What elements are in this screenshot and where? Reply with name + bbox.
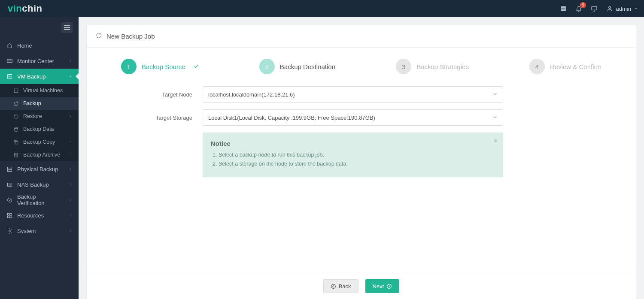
step-backup-destination[interactable]: 2 Backup Destination [259,59,335,74]
home-icon [6,42,13,49]
sub-label: Virtual Machines [23,88,63,94]
main-content: New Backup Job 1 Backup Source 2 Backup … [79,17,644,299]
chevron-left-icon [68,181,73,188]
nav-resources[interactable]: Resources [0,208,79,223]
svg-rect-13 [7,183,12,186]
nav-system[interactable]: System [0,223,79,239]
target-storage-select[interactable]: Local Disk1(Local Disk, Capacity :199.9G… [203,109,503,126]
monitor-center-icon [6,57,13,64]
user-menu[interactable]: admin [606,5,638,12]
target-storage-label: Target Storage [121,115,203,121]
close-icon[interactable]: × [494,137,498,145]
chevron-left-icon [68,212,73,219]
copy-icon [13,139,19,145]
nav-label: Home [17,42,32,49]
sub-virtual-machines[interactable]: Virtual Machines [0,84,79,97]
nav-label: NAS Backup [17,181,49,188]
panel-header: New Backup Job [87,25,636,48]
list-icon[interactable] [559,5,567,12]
sub-backup-archive[interactable]: Backup Archive [0,148,79,161]
nav-label: Backup Verification [17,193,64,206]
nav-nas-backup[interactable]: NAS Backup [0,177,79,192]
refresh-icon [95,32,102,40]
topbar-right: 3 admin [559,5,638,12]
sub-label: Restore [23,113,42,119]
chevron-left-icon [68,58,73,64]
step-label: Review & Confirm [550,63,601,70]
sidebar-collapse [0,17,79,38]
nav-vm-backup[interactable]: VM Backup [0,69,79,84]
verify-icon [6,196,13,203]
svg-rect-10 [14,153,18,154]
back-label: Back [339,283,351,290]
notification-badge: 3 [580,2,586,8]
back-button[interactable]: Back [323,279,358,293]
chevron-left-icon [68,166,73,172]
chevron-down-icon [492,115,498,121]
sub-restore[interactable]: Restore [0,110,79,123]
notice-item: Select a storage on the node to store th… [219,160,495,169]
svg-rect-17 [7,216,9,217]
step-backup-source[interactable]: 1 Backup Source [121,59,199,74]
sub-backup-copy[interactable]: Backup Copy [0,136,79,148]
wizard-steps: 1 Backup Source 2 Backup Destination 3 B… [87,48,636,82]
restore-icon [13,113,19,119]
svg-point-4 [608,6,611,9]
archive-icon [13,152,19,158]
vm-list-icon [13,88,19,94]
monitor-icon[interactable] [590,5,598,12]
gear-icon [6,227,13,234]
vm-icon [6,73,13,80]
nav-monitor-center[interactable]: Monitor Center [0,53,79,69]
target-node-select[interactable]: localhost.localdomain(172.18.21.6) [203,86,503,103]
svg-point-8 [14,127,18,128]
nav-home[interactable]: Home [0,38,79,53]
server-icon [6,166,13,172]
step-num: 3 [396,59,411,74]
svg-rect-9 [15,141,18,144]
grid-icon [6,212,13,219]
sub-label: Backup [23,100,41,106]
nav-physical-backup[interactable]: Physical Backup [0,161,79,177]
sub-backup[interactable]: Backup [0,97,79,110]
step-label: Backup Strategies [416,63,469,70]
notice-item: Select a backup node to run this backup … [219,151,495,160]
svg-rect-0 [561,6,565,7]
step-backup-strategies[interactable]: 3 Backup Strategies [396,59,469,74]
svg-rect-1 [561,8,565,9]
svg-rect-6 [7,74,12,79]
svg-point-20 [331,284,335,288]
sub-label: Backup Data [23,126,54,132]
select-value: localhost.localdomain(172.18.21.6) [208,91,295,98]
chevron-down-icon [68,73,73,80]
nav-label: Physical Backup [17,166,58,172]
step-label: Backup Source [142,63,185,70]
vm-backup-submenu: Virtual Machines Backup Restore Backup D… [0,84,79,161]
target-node-label: Target Node [121,91,203,98]
notice-box: × Notice Select a backup node to run thi… [203,133,503,177]
data-icon [13,126,19,132]
step-label: Backup Destination [280,63,335,70]
nas-icon [6,181,13,188]
page-title: New Backup Job [106,33,155,40]
step-num: 2 [259,59,275,74]
panel-footer: Back Next [87,273,636,299]
step-num: 4 [529,59,545,74]
next-button[interactable]: Next [365,279,400,293]
svg-rect-12 [7,169,12,171]
svg-point-21 [387,284,392,288]
chevron-left-icon [68,197,73,203]
chevron-down-icon [492,91,498,98]
wizard-panel: New Backup Job 1 Backup Source 2 Backup … [86,25,636,299]
bell-icon[interactable]: 3 [575,5,583,12]
step-review-confirm[interactable]: 4 Review & Confirm [529,59,601,74]
sub-backup-data[interactable]: Backup Data [0,123,79,136]
hamburger-icon[interactable] [61,22,73,33]
select-value: Local Disk1(Local Disk, Capacity :199.9G… [208,115,375,121]
svg-point-19 [9,230,10,232]
check-icon [191,63,199,70]
svg-rect-15 [7,213,9,215]
nav-backup-verification[interactable]: Backup Verification [0,192,79,208]
form-area: Target Node localhost.localdomain(172.18… [87,82,636,273]
brand-logo: vin chin [8,0,43,17]
